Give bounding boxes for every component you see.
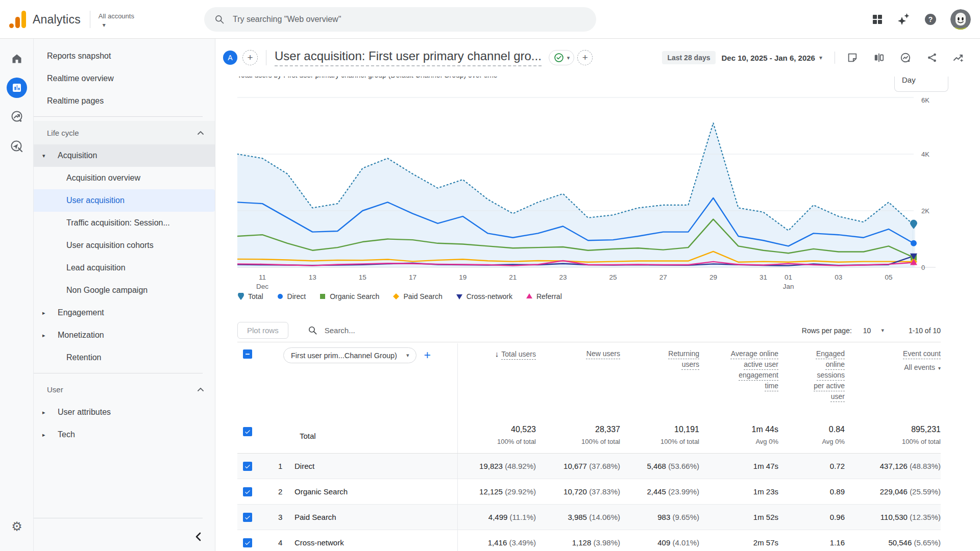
- table-row[interactable]: 2 Organic Search 12,125 (29.92%) 10,720 …: [237, 479, 941, 505]
- insights-spark-icon[interactable]: [952, 52, 965, 64]
- property-badge[interactable]: A: [223, 51, 237, 65]
- legend-item-organic-search[interactable]: Organic Search: [319, 292, 379, 300]
- sort-desc-icon: ↓: [495, 349, 499, 358]
- user-avatar[interactable]: [950, 9, 971, 30]
- row-checkbox[interactable]: [243, 487, 252, 496]
- column-header-avg-engagement-time[interactable]: Average online active user engagement ti…: [731, 349, 778, 390]
- sidebar-item-realtime-pages[interactable]: Realtime pages: [34, 90, 215, 112]
- row-metric-cell: 1m 23s: [699, 487, 778, 496]
- sidebar-item-user-attributes[interactable]: ▸ User attributes: [34, 401, 215, 423]
- analytics-logo[interactable]: Analytics All accounts ▾: [9, 7, 134, 32]
- row-rank: 3: [278, 513, 295, 521]
- insights-icon[interactable]: [899, 52, 912, 64]
- date-preset-chip[interactable]: Last 28 days: [662, 51, 715, 64]
- add-comparison-button[interactable]: +: [242, 50, 258, 65]
- explore-nav-icon[interactable]: [7, 107, 27, 127]
- table-row[interactable]: 3 Paid Search 4,499 (11.1%) 3,985 (14.06…: [237, 505, 941, 530]
- collapse-sidebar-button[interactable]: [34, 522, 215, 551]
- legend-item-paid-search[interactable]: Paid Search: [393, 292, 442, 300]
- global-search[interactable]: [204, 7, 596, 32]
- row-checkbox[interactable]: [243, 538, 252, 547]
- home-nav-icon[interactable]: [7, 48, 27, 69]
- column-header-returning-users[interactable]: Returning users: [668, 349, 699, 368]
- svg-text:2K: 2K: [921, 207, 929, 215]
- column-header-event-count[interactable]: Event count: [903, 349, 941, 358]
- global-search-input[interactable]: [233, 15, 539, 24]
- row-checkbox[interactable]: [243, 513, 252, 522]
- total-row-checkbox[interactable]: [243, 427, 252, 436]
- pagination-range: 1-10 of 10: [909, 327, 941, 335]
- sidebar-item-user-acquisition[interactable]: User acquisition: [34, 189, 215, 212]
- caret-down-icon: ▾: [42, 153, 58, 159]
- legend-item-direct[interactable]: Direct: [277, 292, 306, 300]
- table-row[interactable]: 1 Direct 19,823 (48.92%) 10,677 (37.68%)…: [237, 454, 941, 479]
- topbar-actions: ?: [871, 0, 971, 39]
- column-header-new-users[interactable]: New users: [586, 349, 620, 358]
- brand-name: Analytics: [33, 13, 81, 27]
- sidebar-item-acquisition[interactable]: ▾ Acquisition: [34, 144, 215, 167]
- account-switcher[interactable]: All accounts ▾: [99, 10, 134, 29]
- sidebar-item-reports-snapshot[interactable]: Reports snapshot: [34, 45, 215, 67]
- sidebar-item-non-google-campaign[interactable]: Non Google campaign: [34, 279, 215, 302]
- sidebar-item-label: Reports snapshot: [47, 52, 111, 61]
- table-search[interactable]: [308, 325, 802, 335]
- granularity-select[interactable]: Day: [894, 77, 948, 92]
- sidebar-item-retention[interactable]: Retention: [34, 346, 215, 369]
- gemini-sparkle-icon[interactable]: [897, 13, 911, 26]
- row-metric-cell: 229,046 (25.59%): [845, 487, 941, 496]
- comparison-icon[interactable]: [873, 52, 885, 64]
- help-icon[interactable]: ?: [924, 13, 937, 26]
- add-report-tab-button[interactable]: +: [577, 50, 593, 65]
- grid-apps-icon[interactable]: [871, 13, 884, 26]
- legend-item-referral[interactable]: Referral: [526, 292, 562, 300]
- date-range[interactable]: Dec 10, 2025 - Jan 6, 2026: [722, 54, 815, 62]
- legend-label: Paid Search: [403, 292, 442, 300]
- row-metric-cell: 110,530 (12.35%): [845, 513, 941, 521]
- sidebar-item-engagement[interactable]: ▸ Engagement: [34, 302, 215, 324]
- row-checkbox[interactable]: [243, 462, 252, 471]
- row-metric-cell: 1,416 (3.49%): [458, 538, 536, 547]
- sidebar-item-user-acquisition-cohorts[interactable]: User acquisition cohorts: [34, 234, 215, 257]
- table-row[interactable]: 4 Cross-network 1,416 (3.49%) 1,128 (3.9…: [237, 530, 941, 551]
- share-icon[interactable]: [926, 52, 938, 64]
- section-header-user[interactable]: User: [34, 378, 215, 401]
- notes-icon[interactable]: [846, 52, 859, 64]
- timeseries-chart[interactable]: 02K4K6K11Dec1315171921232527293101Jan030…: [237, 95, 942, 295]
- event-filter-select[interactable]: All events▾: [845, 362, 941, 373]
- reports-nav-icon[interactable]: [7, 78, 27, 98]
- column-header-engaged-sessions[interactable]: Engaged online sessions per active user: [814, 349, 845, 400]
- column-header-total-users[interactable]: Total users: [501, 350, 536, 358]
- svg-text:11: 11: [259, 273, 266, 281]
- section-header-life-cycle[interactable]: Life cycle: [34, 121, 215, 144]
- rows-per-page-label: Rows per page:: [802, 327, 852, 335]
- sidebar-item-monetization[interactable]: ▸ Monetization: [34, 324, 215, 346]
- svg-text:19: 19: [459, 273, 467, 281]
- legend-marker-icon: [319, 293, 326, 300]
- rows-per-page-select[interactable]: 10 ▾: [863, 327, 884, 335]
- legend-item-total[interactable]: Total: [237, 292, 263, 300]
- caret-down-icon: ▾: [938, 365, 941, 371]
- svg-text:0: 0: [921, 264, 925, 271]
- add-dimension-button[interactable]: +: [424, 348, 430, 362]
- plot-rows-button[interactable]: Plot rows: [237, 322, 288, 339]
- sidebar-item-tech[interactable]: ▸ Tech: [34, 423, 215, 446]
- total-value: 10,191: [620, 425, 699, 434]
- admin-gear-icon[interactable]: ⚙: [7, 516, 27, 537]
- caret-down-icon: ▾: [406, 352, 409, 359]
- sidebar-item-lead-acquisition[interactable]: Lead acquisition: [34, 257, 215, 279]
- legend-item-cross-network[interactable]: Cross-network: [456, 292, 512, 300]
- advertising-nav-icon[interactable]: [7, 136, 27, 157]
- select-all-checkbox[interactable]: [243, 349, 252, 359]
- row-metric-cell: 5,468 (53.66%): [620, 462, 699, 470]
- report-saved-status[interactable]: ▾: [549, 50, 575, 65]
- sidebar-item-traffic-acquisition[interactable]: Traffic acquisition: Session...: [34, 212, 215, 234]
- dimension-selector[interactable]: First user prim...Channel Group) ▾: [283, 347, 416, 363]
- row-metric-cell: 983 (9.65%): [620, 513, 699, 521]
- report-title[interactable]: User acquisition: First user primary cha…: [275, 49, 542, 66]
- brand-divider: [90, 11, 90, 28]
- table-search-input[interactable]: [325, 326, 539, 335]
- row-rank: 2: [278, 487, 295, 496]
- caret-down-icon: ▾: [103, 21, 106, 29]
- sidebar-item-acquisition-overview[interactable]: Acquisition overview: [34, 167, 215, 189]
- sidebar-item-realtime-overview[interactable]: Realtime overview: [34, 67, 215, 90]
